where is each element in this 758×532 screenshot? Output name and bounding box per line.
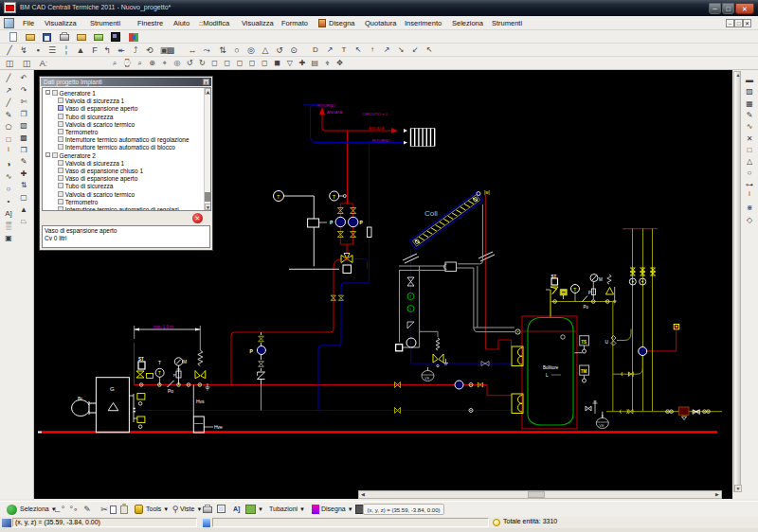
svg-text:I: I [410,307,411,311]
svg-text:T: T [158,360,161,365]
svg-text:RITORNO: RITORNO [317,103,336,108]
svg-text:P: P [250,348,254,354]
svg-text:ST: ST [138,357,144,362]
svg-text:[w]: [w] [484,190,490,195]
svg-text:T: T [409,294,412,299]
svg-text:TS: TS [581,340,587,345]
svg-text:P: P [330,220,334,225]
svg-text:T: T [573,287,576,293]
svg-text:P: P [360,220,364,225]
svg-text:min. 1.0 m: min. 1.0 m [153,325,173,329]
svg-text:Coll: Coll [424,209,438,218]
svg-text:ANDATA: ANDATA [369,126,385,131]
svg-text:M: M [183,359,187,364]
svg-text:G: G [110,386,115,392]
svg-text:T: T [277,194,280,200]
svg-text:P: P [173,373,176,378]
svg-text:Hve: Hve [214,424,223,430]
svg-text:L: L [546,373,549,378]
svg-text:U: U [605,339,609,345]
svg-text:T: T [158,371,161,376]
svg-text:P: P [588,291,591,295]
svg-text:TM: TM [581,369,587,374]
svg-text:VE: VE [424,376,430,381]
svg-text:Po: Po [168,388,173,394]
svg-text:ANDATA: ANDATA [327,110,343,115]
svg-text:CIRCUITO n 1: CIRCUITO n 1 [362,112,388,116]
svg-text:Hvs: Hvs [196,399,205,404]
svg-text:Po: Po [584,305,589,310]
svg-text:T: T [333,194,335,200]
svg-text:Bollitore: Bollitore [543,365,559,370]
svg-text:RITORNO: RITORNO [372,138,391,143]
svg-text:VE: VE [599,423,605,428]
svg-text:M: M [599,277,603,282]
